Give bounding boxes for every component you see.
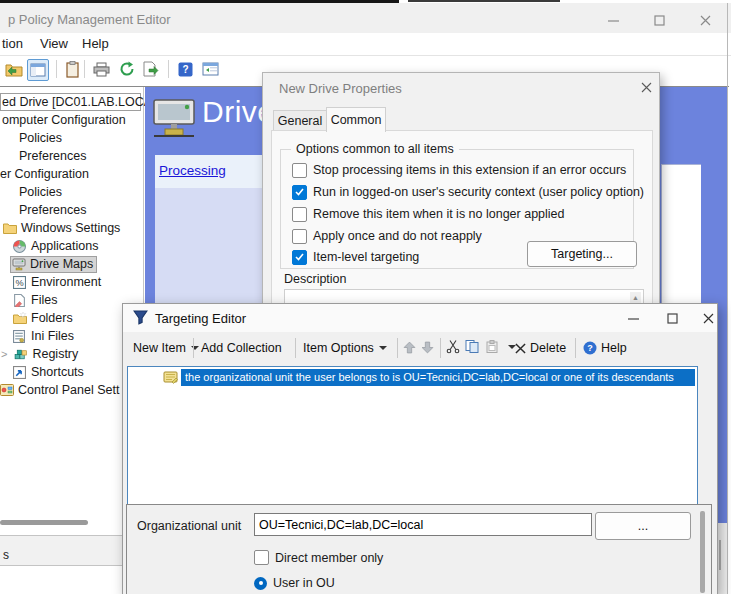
cut-button[interactable] xyxy=(446,339,460,358)
tree-item-root[interactable]: ed Drive [DC01.LAB.LOCA xyxy=(0,93,141,111)
tab-common[interactable]: Common xyxy=(326,107,386,132)
export-list-button[interactable] xyxy=(141,59,161,79)
copy-button[interactable] xyxy=(465,339,479,358)
move-up-button[interactable] xyxy=(403,340,416,358)
tree-item-computer-configuration[interactable]: omputer Configuration xyxy=(2,112,126,128)
registry-blocks-icon xyxy=(14,348,28,361)
help-button[interactable]: ? xyxy=(175,59,195,79)
menu-action[interactable]: tion xyxy=(2,36,23,51)
console-tree-icon xyxy=(30,63,46,77)
window-title: p Policy Management Editor xyxy=(8,12,171,27)
tree-item-control-panel-settings[interactable]: Control Panel Sett xyxy=(0,382,119,398)
radio-selected[interactable] xyxy=(254,577,267,590)
targeting-minimize-button[interactable] xyxy=(622,309,644,327)
tree-item-windows-settings[interactable]: Windows Settings xyxy=(3,220,120,236)
option-stop-processing[interactable]: Stop processing items in this extension … xyxy=(292,162,626,178)
toolbar-separator xyxy=(84,60,85,78)
close-icon xyxy=(641,82,652,93)
new-item-button[interactable]: New Item xyxy=(133,339,199,357)
paste-button[interactable] xyxy=(62,59,82,79)
new-window-icon xyxy=(202,62,219,76)
close-button[interactable] xyxy=(694,11,716,29)
menu-help[interactable]: Help xyxy=(82,36,109,51)
targeting-close-button[interactable] xyxy=(697,309,719,327)
tree-item-ini-files[interactable]: Ini Files xyxy=(13,328,74,344)
processing-tab: Processing xyxy=(155,155,262,188)
tab-general[interactable]: General xyxy=(273,110,327,132)
minimize-button[interactable] xyxy=(602,11,624,29)
tree-item-files[interactable]: Files xyxy=(13,292,57,308)
item-options-button[interactable]: Item Options xyxy=(303,339,387,357)
maximize-button[interactable] xyxy=(648,11,670,29)
checkbox-unchecked[interactable] xyxy=(292,229,307,244)
console-tree-toggle-button[interactable] xyxy=(27,59,49,81)
processing-link[interactable]: Processing xyxy=(159,163,226,178)
targeting-maximize-button[interactable] xyxy=(661,309,683,327)
tree-item-registry[interactable]: > Registry xyxy=(1,346,78,362)
tree-hscrollbar-thumb[interactable] xyxy=(0,520,88,525)
add-collection-button[interactable]: Add Collection xyxy=(201,339,282,357)
help-circle-icon: ? xyxy=(583,341,597,355)
tree-item-applications[interactable]: Applications xyxy=(13,238,98,254)
expand-chevron-icon[interactable]: > xyxy=(1,348,7,360)
maximize-icon xyxy=(654,15,665,26)
delete-button[interactable]: Delete xyxy=(515,339,566,357)
tree-item-policies[interactable]: Policies xyxy=(19,130,62,146)
ou-item-icon xyxy=(163,370,178,384)
tree-selection: Drive Maps xyxy=(10,256,97,273)
targeting-item-list[interactable]: the organizational unit the user belongs… xyxy=(127,366,698,507)
option-run-in-user-context[interactable]: Run in logged-on user's security context… xyxy=(292,184,644,200)
move-down-button[interactable] xyxy=(421,340,434,358)
checkbox-checked[interactable] xyxy=(292,250,307,265)
tree-item-user-configuration[interactable]: er Configuration xyxy=(0,166,89,182)
option-remove-when-no-longer-applied[interactable]: Remove this item when it is no longer ap… xyxy=(292,206,565,222)
panel-scrollbar-thumb[interactable] xyxy=(700,511,705,593)
new-window-button[interactable] xyxy=(200,59,220,79)
tree-item-drive-maps[interactable]: Drive Maps xyxy=(10,256,97,272)
option-item-level-targeting[interactable]: Item-level targeting xyxy=(292,249,419,265)
selected-targeting-item[interactable]: the organizational unit the user belongs… xyxy=(181,369,695,386)
tree-item-preferences[interactable]: Preferences xyxy=(19,148,86,164)
checkbox-unchecked[interactable] xyxy=(292,207,307,222)
ini-document-icon xyxy=(13,330,27,343)
tree-item-policies-user[interactable]: Policies xyxy=(19,184,62,200)
browse-button[interactable]: ... xyxy=(595,512,691,540)
refresh-icon xyxy=(119,61,135,77)
folder-icon xyxy=(3,222,17,235)
option-apply-once[interactable]: Apply once and do not reapply xyxy=(292,228,482,244)
shortcut-arrow-icon xyxy=(13,366,27,379)
tree-item-folders[interactable]: Folders xyxy=(13,310,73,326)
funnel-icon xyxy=(133,310,148,329)
checkbox-unchecked[interactable] xyxy=(292,163,307,178)
user-in-ou-option[interactable]: User in OU xyxy=(254,576,335,590)
clipboard-icon xyxy=(66,61,79,78)
refresh-button[interactable] xyxy=(117,59,137,79)
organizational-unit-input[interactable] xyxy=(254,513,592,536)
paste-button-targeting[interactable] xyxy=(485,339,499,358)
groupbox-label: Options common to all items xyxy=(291,142,459,156)
main-titlebar: p Policy Management Editor xyxy=(0,3,731,33)
help-button-targeting[interactable]: ? Help xyxy=(583,339,627,357)
dialog-close-button[interactable] xyxy=(637,79,655,95)
scroll-up-icon[interactable]: ▲ xyxy=(630,292,641,303)
tree-item-shortcuts[interactable]: Shortcuts xyxy=(13,364,84,380)
maximize-icon xyxy=(667,313,678,324)
close-icon xyxy=(703,313,714,324)
direct-member-only-option[interactable]: Direct member only xyxy=(254,550,383,565)
tree-item-environment[interactable]: % Environment xyxy=(13,274,101,290)
svg-text:%: % xyxy=(15,277,23,287)
print-button[interactable] xyxy=(91,59,111,79)
open-folder-button[interactable] xyxy=(4,59,24,79)
checkbox-checked[interactable] xyxy=(292,185,307,200)
status-strip-text: s xyxy=(3,548,9,562)
drive-maps-icon xyxy=(12,258,26,271)
control-panel-icon xyxy=(0,384,14,397)
disc-icon xyxy=(13,240,27,253)
targeting-button[interactable]: Targeting... xyxy=(527,241,637,267)
toolbar-separator xyxy=(193,338,194,358)
toolbar-separator xyxy=(56,60,57,78)
tree-item-preferences-user[interactable]: Preferences xyxy=(19,202,86,218)
svg-text:?: ? xyxy=(587,343,593,353)
menu-view[interactable]: View xyxy=(40,36,68,51)
checkbox-unchecked[interactable] xyxy=(254,550,269,565)
